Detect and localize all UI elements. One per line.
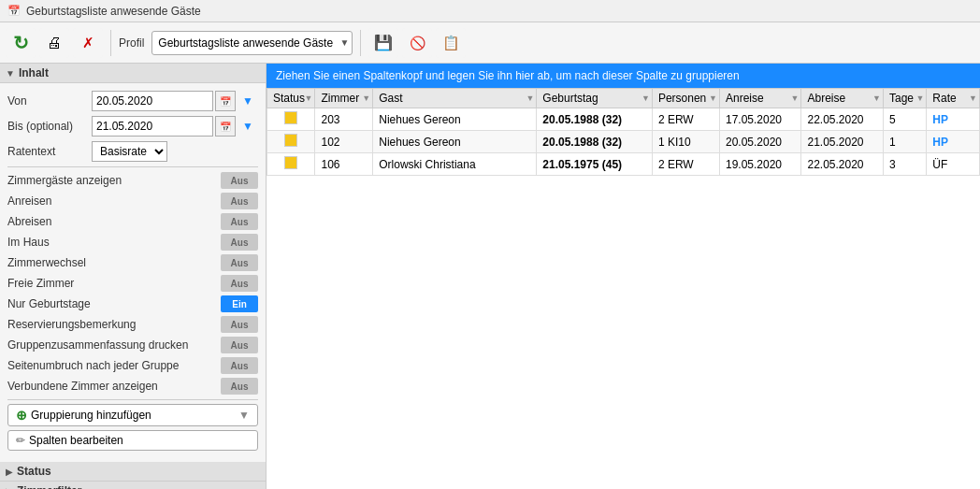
col-header-tage[interactable]: Tage ▼ <box>883 89 926 108</box>
toggle-btn-1[interactable]: Aus <box>221 193 258 209</box>
export-button[interactable]: ✗ <box>73 28 103 58</box>
bis-filter-button[interactable]: ▼ <box>238 116 258 137</box>
col-header-abreise[interactable]: Abreise ▼ <box>801 89 884 108</box>
cell-rate-2: ÜF <box>927 153 980 176</box>
section-header-status[interactable]: ▶ Status <box>0 462 266 482</box>
section-header-inhalt[interactable]: ▼ Inhalt <box>0 64 266 83</box>
col-abreise-label: Abreise <box>807 92 845 105</box>
ratentext-label: Ratentext <box>7 145 92 158</box>
save-blocked-icon: 🚫 <box>410 36 425 50</box>
toggle-label-1: Anreisen <box>7 194 221 208</box>
profil-select[interactable]: Geburtstagsliste anwesende Gäste <box>151 31 353 55</box>
toggle-row-8: Gruppenzusammenfassung drucken Aus <box>7 336 258 354</box>
cell-personen-1: 1 KI10 <box>652 131 719 153</box>
refresh-button[interactable]: ↻ <box>6 28 36 58</box>
toggle-label-0: Zimmergäste anzeigen <box>7 174 221 187</box>
edit-columns-label: Spalten bearbeiten <box>29 434 123 447</box>
tage-filter-icon[interactable]: ▼ <box>915 93 924 103</box>
col-status-label: Status <box>273 92 305 105</box>
table-header-row: Status ▼ Zimmer ▼ Gast ▼ Geburtstag <box>267 89 980 108</box>
col-header-rate[interactable]: Rate ▼ <box>927 89 980 108</box>
cell-gast-0: Niehues Gereon <box>373 108 537 131</box>
toggle-btn-8[interactable]: Aus <box>221 337 258 353</box>
toggle-label-7: Reservierungsbemerkung <box>7 318 221 331</box>
anreise-filter-icon[interactable]: ▼ <box>791 93 800 103</box>
content-area: Ziehen Sie einen Spaltenkopf und legen S… <box>267 64 980 489</box>
cell-anreise-2: 19.05.2020 <box>719 153 801 176</box>
toggle-btn-9[interactable]: Aus <box>221 357 258 374</box>
cell-zimmer-1: 102 <box>315 131 373 153</box>
toggle-btn-3[interactable]: Aus <box>221 234 258 251</box>
bis-calendar-button[interactable]: 📅 <box>215 116 236 137</box>
bis-input[interactable] <box>92 116 213 137</box>
table-wrapper[interactable]: Status ▼ Zimmer ▼ Gast ▼ Geburtstag <box>267 88 980 489</box>
toggle-row-2: Abreisen Aus <box>7 212 258 231</box>
toggle-divider <box>7 166 258 167</box>
main-container: ▼ Inhalt Von 📅 ▼ Bis (optional) 📅 ▼ Rate… <box>0 64 980 489</box>
table-body: 203 Niehues Gereon 20.05.1988 (32) 2 ERW… <box>267 108 980 176</box>
save-button[interactable]: 💾 <box>368 28 398 58</box>
inhalt-arrow-icon: ▼ <box>6 68 15 79</box>
toolbar-separator <box>110 30 111 56</box>
cell-rate-0: HP <box>927 108 980 131</box>
toggle-btn-4[interactable]: Aus <box>221 254 258 271</box>
von-filter-button[interactable]: ▼ <box>238 91 258 111</box>
toggle-row-1: Anreisen Aus <box>7 192 258 210</box>
cell-status-0 <box>267 108 315 131</box>
col-header-geburtstag[interactable]: Geburtstag ▼ <box>537 89 653 108</box>
print-icon: 🖨 <box>47 35 62 51</box>
toggle-row-9: Seitenumbruch nach jeder Gruppe Aus <box>7 356 258 375</box>
table-row[interactable]: 106 Orlowski Christiana 21.05.1975 (45) … <box>267 153 980 176</box>
section-header-zimmerfilter[interactable]: ▶ Zimmerfilter <box>0 482 266 489</box>
rate-text-0: HP <box>932 113 948 126</box>
cell-status-2 <box>267 153 315 176</box>
toggle-btn-10[interactable]: Aus <box>221 378 258 395</box>
cell-tage-1: 1 <box>883 131 926 153</box>
export-icon: ✗ <box>82 35 94 51</box>
gast-filter-icon[interactable]: ▼ <box>526 93 534 103</box>
table-row[interactable]: 203 Niehues Gereon 20.05.1988 (32) 2 ERW… <box>267 108 980 131</box>
col-header-status[interactable]: Status ▼ <box>267 89 315 108</box>
toggle-btn-7[interactable]: Aus <box>221 316 258 333</box>
ratentext-select[interactable]: Basisrate <box>92 141 167 162</box>
print-button[interactable]: 🖨 <box>39 28 69 58</box>
toggle-list: Zimmergäste anzeigen Aus Anreisen Aus Ab… <box>7 171 258 396</box>
add-grouping-button[interactable]: ⊕ Gruppierung hinzufügen ▼ <box>7 404 258 426</box>
toggle-btn-0[interactable]: Aus <box>221 172 258 189</box>
ratentext-row: Ratentext Basisrate <box>7 141 258 162</box>
von-input[interactable] <box>92 91 213 111</box>
bis-label: Bis (optional) <box>7 120 92 133</box>
save-icon: 💾 <box>374 34 393 51</box>
cell-abreise-1: 21.05.2020 <box>801 131 884 153</box>
toggle-label-6: Nur Geburtstage <box>7 297 221 310</box>
col-header-anreise[interactable]: Anreise ▼ <box>719 89 801 108</box>
abreise-filter-icon[interactable]: ▼ <box>872 93 881 103</box>
status-filter-icon[interactable]: ▼ <box>305 93 313 103</box>
col-header-personen[interactable]: Personen ▼ <box>652 89 719 108</box>
table-row[interactable]: 102 Niehues Gereon 20.05.1988 (32) 1 KI1… <box>267 131 980 153</box>
toggle-btn-5[interactable]: Aus <box>221 275 258 292</box>
col-header-zimmer[interactable]: Zimmer ▼ <box>315 89 373 108</box>
zimmer-filter-icon[interactable]: ▼ <box>362 93 370 103</box>
rate-filter-icon[interactable]: ▼ <box>969 93 977 103</box>
toggle-label-8: Gruppenzusammenfassung drucken <box>7 338 221 352</box>
col-header-gast[interactable]: Gast ▼ <box>373 89 537 108</box>
personen-filter-icon[interactable]: ▼ <box>709 93 717 103</box>
copy-button[interactable]: 📋 <box>436 28 466 58</box>
inhalt-content: Von 📅 ▼ Bis (optional) 📅 ▼ Ratentext Bas… <box>0 83 266 462</box>
refresh-icon: ↻ <box>13 32 29 54</box>
edit-columns-button[interactable]: ✏ Spalten bearbeiten <box>7 430 258 451</box>
toggle-row-5: Freie Zimmer Aus <box>7 274 258 293</box>
cell-anreise-1: 20.05.2020 <box>719 131 801 153</box>
toggle-btn-2[interactable]: Aus <box>221 213 258 230</box>
cell-personen-2: 2 ERW <box>652 153 719 176</box>
col-gast-label: Gast <box>379 92 402 105</box>
toggle-btn-6[interactable]: Ein <box>221 295 258 312</box>
von-calendar-button[interactable]: 📅 <box>215 91 236 111</box>
toggle-row-6: Nur Geburtstage Ein <box>7 295 258 313</box>
toggle-label-9: Seitenumbruch nach jeder Gruppe <box>7 359 221 372</box>
ratentext-wrapper: Basisrate <box>92 141 258 162</box>
von-label: Von <box>7 94 92 108</box>
save-as-button[interactable]: 🚫 <box>402 28 432 58</box>
geburtstag-filter-icon[interactable]: ▼ <box>641 93 650 103</box>
